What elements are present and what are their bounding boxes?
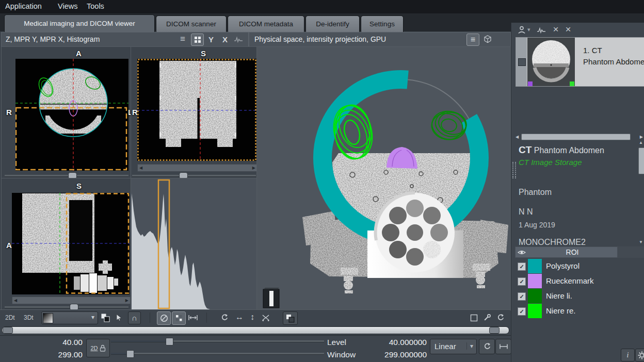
drag-handle[interactable] — [512, 162, 516, 178]
coronal-scrollbar[interactable]: ◀ ▶ — [137, 164, 257, 172]
scroll-down-icon[interactable]: ▼ — [639, 240, 643, 244]
menu-tools[interactable]: Tools — [87, 2, 104, 10]
tab-dicom-scanner[interactable]: DICOM scanner — [156, 15, 227, 32]
mode-2dt-button[interactable]: 2Dt — [5, 314, 15, 321]
tab-settings[interactable]: Settings — [361, 15, 404, 32]
close-all-icon[interactable]: × — [563, 23, 573, 36]
range-track[interactable] — [2, 326, 509, 334]
application-window: Application Views Tools Medical imaging … — [0, 0, 644, 362]
grid-layout-button[interactable] — [191, 34, 204, 46]
scroll-left-icon[interactable]: ◀ — [514, 134, 520, 140]
roi-visibility-checkbox[interactable]: ✓ — [518, 292, 526, 301]
wrench-button[interactable] — [482, 312, 492, 323]
list-view-button[interactable]: ≡ — [466, 34, 479, 46]
histogram-cell — [131, 178, 257, 310]
rotate-tool-button[interactable] — [219, 312, 230, 323]
cube-view-button[interactable] — [481, 34, 493, 45]
menu-application[interactable]: Application — [5, 2, 42, 10]
dither-button[interactable] — [172, 311, 186, 325]
time-range-slider[interactable] — [0, 325, 510, 335]
scroll-right-icon[interactable]: ▶ — [124, 298, 130, 303]
tab-dicom-metadata[interactable]: DICOM metadata — [228, 15, 304, 32]
sagittal-view-cell: S A ◀ ▶ — [1, 178, 132, 310]
pan-vertical-button[interactable]: ↕ — [248, 311, 257, 323]
roi-column-header[interactable]: ROI — [531, 248, 614, 256]
scroll-thumb[interactable] — [521, 134, 631, 140]
level-value: 40.000000 — [361, 338, 427, 347]
series-list-item[interactable]: 1. CT Phantom Abdomen — [516, 37, 644, 87]
sidebar-v-scrollbar[interactable]: ▲ ▼ — [638, 140, 644, 244]
roi-row-rueckenmark[interactable]: ✓ Rueckenmark — [515, 274, 644, 288]
histogram-toggle-icon[interactable] — [233, 35, 244, 44]
reset-window-level-button[interactable] — [479, 339, 495, 354]
sagittal-slice-image[interactable] — [12, 193, 130, 294]
roi-visibility-checkbox[interactable]: ✓ — [518, 262, 526, 271]
swap-colors-button[interactable] — [100, 312, 110, 323]
viewer-toolbar: 2Dt 3Dt ▾ ∩ — [0, 309, 510, 325]
cut-tool-button[interactable] — [260, 312, 271, 323]
level-slider-handle[interactable] — [166, 338, 173, 345]
orientation-cube-widget[interactable] — [263, 288, 279, 308]
level-slider[interactable] — [111, 336, 324, 345]
scroll-left-icon[interactable]: ◀ — [12, 298, 19, 303]
gradient-preset-dropdown[interactable]: ▾ — [41, 311, 98, 324]
window-level-bar: 40.00 299.00 2D Level 40.000000 Window 2… — [0, 335, 511, 362]
layers-button[interactable] — [283, 311, 298, 325]
width-tool-button[interactable] — [187, 313, 199, 322]
axial-slice-image[interactable] — [15, 59, 128, 171]
settings-gear-button[interactable] — [635, 349, 644, 361]
reset-view-button[interactable] — [495, 312, 506, 323]
scroll-thumb[interactable] — [638, 147, 644, 174]
series-thumbnail[interactable] — [527, 38, 575, 86]
list-layout-icon[interactable]: ≡ — [177, 34, 188, 45]
orientation-label-anterior: A — [76, 49, 82, 58]
list-icon: ≡ — [471, 35, 475, 44]
pan-horizontal-button[interactable]: ↔ — [234, 311, 245, 323]
pointer-tool-button[interactable] — [114, 312, 123, 323]
roi-row-niere-re[interactable]: ✓ Niere re. — [515, 304, 644, 318]
orientation-label-anterior: A — [6, 241, 12, 250]
level-short-value: 40.00 — [31, 338, 83, 347]
info-button[interactable]: i — [621, 349, 635, 361]
histogram-panel-button[interactable] — [535, 25, 548, 35]
roi-visibility-checkbox[interactable]: ✓ — [518, 307, 526, 316]
volume-3d-rendering[interactable] — [257, 47, 510, 310]
roi-row-niere-li[interactable]: ✓ Niere li. — [515, 289, 644, 303]
mpr-y-toggle[interactable]: Y — [206, 34, 216, 45]
window-slider[interactable] — [111, 349, 324, 358]
tab-de-identify[interactable]: De-identify — [305, 15, 360, 32]
tab-viewer[interactable]: Medical imaging and DICOM viewer — [4, 14, 155, 32]
cap-tool-button[interactable]: ∩ — [128, 311, 141, 324]
close-series-icon[interactable]: × — [551, 23, 561, 36]
mode-3dt-button[interactable]: 3Dt — [24, 314, 34, 321]
disable-tool-button[interactable] — [157, 311, 171, 325]
range-handle-left[interactable] — [3, 327, 13, 334]
series-checkbox[interactable] — [518, 58, 526, 66]
window-slider-handle[interactable] — [126, 350, 134, 358]
lut-dropdown[interactable]: Linear ▾ — [430, 339, 477, 354]
roi-color-swatch — [528, 289, 542, 303]
lock-2d-button[interactable]: 2D — [86, 339, 110, 357]
scroll-right-icon[interactable]: ▶ — [638, 134, 644, 140]
bounds-button[interactable] — [469, 312, 479, 323]
mpr-x-toggle[interactable]: X — [220, 34, 230, 45]
histogram-plot[interactable] — [132, 179, 256, 309]
scroll-up-icon[interactable]: ▲ — [639, 140, 643, 145]
sidebar-h-scrollbar[interactable]: ◀ ▶ — [514, 133, 644, 140]
chevron-down-icon[interactable]: ▾ — [527, 26, 530, 33]
roi-row-polystyrol[interactable]: ✓ Polystyrol — [515, 259, 644, 273]
toolbar-separator — [206, 312, 207, 323]
roi-visibility-checkbox[interactable]: ✓ — [518, 277, 526, 286]
scroll-left-icon[interactable]: ◀ — [138, 165, 144, 171]
sagittal-scrollbar[interactable]: ◀ ▶ — [12, 297, 131, 304]
range-handle-right[interactable] — [489, 327, 500, 334]
orientation-label-right: R — [6, 108, 12, 117]
visibility-column-header[interactable] — [517, 249, 526, 256]
menu-views[interactable]: Views — [58, 2, 77, 10]
wheel-holes — [382, 200, 448, 266]
coronal-slice-image[interactable] — [137, 59, 256, 161]
patient-menu-button[interactable] — [516, 24, 528, 36]
fit-range-button[interactable] — [495, 339, 511, 354]
tab-label: De-identify — [316, 20, 349, 28]
marker-green — [570, 81, 574, 86]
